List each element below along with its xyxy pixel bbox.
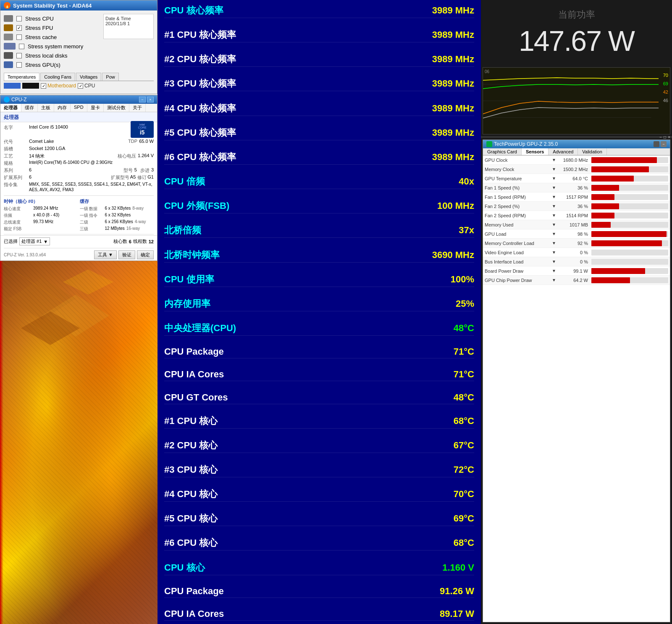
gpuz-sensor-dropdown-icon[interactable]: ▼	[552, 259, 558, 264]
gpuz-sensor-name: Fan 1 Speed (RPM)	[485, 195, 552, 200]
cpuz-cache-title: 缓存	[80, 197, 154, 205]
gpuz-sensor-value: 1500.2 MHz	[558, 167, 591, 172]
cpu-stat-row: CPU GT Cores48°C	[164, 391, 474, 404]
gpuz-sensor-dropdown-icon[interactable]: ▼	[552, 278, 558, 282]
gpuz-sensor-dropdown-icon[interactable]: ▼	[552, 176, 558, 181]
cpuz-socket-label: 插槽	[4, 146, 29, 152]
cpuz-tab-processor[interactable]: 处理器	[0, 104, 21, 112]
tab-voltages[interactable]: Voltages	[76, 73, 101, 81]
svg-line-8	[42, 261, 84, 366]
cpuz-ok-button[interactable]: 确定	[137, 250, 154, 259]
stress-cpu-icon	[4, 15, 13, 22]
cpu-stat-row: #4 CPU 核心70°C	[164, 487, 474, 502]
cpuz-tab-mainboard[interactable]: 主板	[38, 104, 54, 112]
aida-content: Stress CPU ✓ Stress FPU Stress cache	[0, 11, 157, 94]
intel-core-label: CORE	[138, 126, 146, 129]
cpu-stat-value: 100%	[451, 274, 474, 285]
gpuz-sensor-name: GPU Chip Power Draw	[485, 278, 552, 283]
gpuz-bar-container	[591, 213, 668, 219]
cpuz-l1i-label: 一级 指令	[80, 213, 105, 219]
gpuz-sensor-dropdown-icon[interactable]: ▼	[552, 213, 558, 218]
cpuz-validate-button[interactable]: 验证	[118, 250, 135, 259]
cpuz-corespeed-value: 3989.24 MHz	[33, 206, 58, 211]
cpuz-mult-value: x 40.0 (8 - 43)	[33, 213, 59, 217]
svg-rect-1	[0, 261, 158, 624]
gpuz-sensor-row: Memory Used▼1017 MB	[483, 220, 670, 229]
cpuz-socket-value: Socket 1200 LGA	[29, 146, 154, 151]
sensor-bar: ✓ Motherboard ✓ CPU	[4, 81, 154, 90]
cpuz-tab-cache[interactable]: 缓存	[21, 104, 38, 112]
cpuz-tab-spd[interactable]: SPD	[71, 104, 87, 112]
gpuz-title: TechPowerUp GPU-Z 2.35.0	[494, 141, 558, 147]
intel-core-text: intel	[139, 123, 145, 126]
gpuz-bar-container	[591, 277, 668, 283]
aida-window: 🔥 System Stability Test - AIDA64 Stress …	[0, 0, 158, 94]
gpuz-sensor-dropdown-icon[interactable]: ▼	[552, 250, 558, 255]
gpuz-tab-advanced[interactable]: Advanced	[549, 148, 578, 155]
cpu-stat-row: CPU 核心1.160 V	[164, 561, 474, 575]
gpuz-sensor-dropdown-icon[interactable]: ▼	[552, 269, 558, 273]
minimize-button[interactable]: −	[139, 97, 146, 103]
gpuz-bar	[591, 157, 657, 163]
win-close[interactable]: ×	[668, 135, 670, 140]
cpuz-l2-row: 二级 6 x 256 KBytes 4-way	[80, 219, 154, 226]
stress-fpu-checkbox[interactable]: ✓	[16, 25, 22, 31]
win-maximize[interactable]: □	[664, 135, 666, 140]
gpuz-sensor-dropdown-icon[interactable]: ▼	[552, 195, 558, 199]
tab-temperatures[interactable]: Temperatures	[4, 73, 39, 81]
tab-cooling-fans[interactable]: Cooling Fans	[40, 73, 75, 81]
gpuz-sensor-dropdown-icon[interactable]: ▼	[552, 204, 558, 208]
cpu-stat-row: #5 CPU 核心频率3989 MHz	[164, 126, 474, 140]
cpuz-tab-memory[interactable]: 内存	[54, 104, 71, 112]
cpuz-spec-label: 规格	[4, 160, 29, 166]
stress-fpu-label: Stress FPU	[25, 25, 53, 31]
motherboard-check[interactable]: ✓	[41, 83, 46, 89]
cpuz-tab-display[interactable]: 显卡	[87, 104, 104, 112]
cpuz-tools-button[interactable]: 工具 ▼	[94, 250, 117, 259]
gpuz-bar-container	[591, 222, 668, 228]
gpuz-tab-sensors[interactable]: Sensors	[522, 148, 549, 155]
gpuz-sensor-value: 1517 RPM	[558, 195, 591, 200]
gpuz-sensor-dropdown-icon[interactable]: ▼	[552, 185, 558, 190]
sensor-black-bar	[22, 83, 39, 89]
cpuz-extfamily-label: 扩展系列	[4, 174, 29, 181]
cpu-stat-value: 3989 MHz	[432, 152, 474, 163]
stress-gpu-checkbox[interactable]	[16, 62, 22, 68]
stress-memory-checkbox[interactable]	[19, 44, 24, 49]
cpu-stat-value: 70°C	[454, 489, 474, 500]
stress-disks-checkbox[interactable]	[16, 53, 22, 58]
svg-line-6	[0, 261, 158, 366]
gpuz-tab-validation[interactable]: Validation	[578, 148, 607, 155]
svg-marker-4	[63, 269, 113, 295]
cpuz-processor-dropdown[interactable]: 处理器 #1 ▼	[19, 237, 50, 245]
gpuz-sensor-value: 1017 MB	[558, 222, 591, 227]
cpuz-cache-fields: 一级 数据 6 x 32 KBytes 8-way 一级 指令 6 x 32 K…	[80, 205, 154, 232]
stress-cache-checkbox[interactable]	[16, 34, 22, 40]
gpuz-sensor-dropdown-icon[interactable]: ▼	[552, 167, 558, 171]
svg-line-7	[0, 303, 158, 408]
cpuz-inst-row: 指令集 MMX, SSE, SSE2, SSE3, SSSE3, SSE4.1,…	[4, 181, 154, 193]
gpuz-bar	[591, 231, 667, 237]
cpu-stat-row: CPU 倍频40x	[164, 174, 474, 189]
gpuz-sensor-row: GPU Clock▼1680.0 MHz	[483, 155, 670, 165]
gpuz-minimize-button[interactable]: −	[661, 141, 667, 147]
cpu-stat-label: CPU 倍频	[164, 175, 205, 188]
cpu-stat-value: 3989 MHz	[432, 5, 474, 16]
close-button[interactable]: ×	[147, 97, 154, 103]
cpuz-icon	[4, 97, 10, 103]
cpuz-tab-bench[interactable]: 测试分数	[104, 104, 129, 112]
stress-cpu-checkbox[interactable]	[16, 16, 22, 21]
gpuz-sensor-dropdown-icon[interactable]: ▼	[552, 241, 558, 245]
gpuz-sensor-dropdown-icon[interactable]: ▼	[552, 222, 558, 227]
gpuz-sensor-dropdown-icon[interactable]: ▼	[552, 158, 558, 162]
aida-title: System Stability Test - AIDA64	[13, 3, 92, 9]
gpuz-sensor-dropdown-icon[interactable]: ▼	[552, 232, 558, 236]
cpu-check[interactable]: ✓	[78, 83, 83, 89]
gpuz-icon1[interactable]	[654, 141, 659, 147]
win-minimize[interactable]: −	[659, 135, 662, 140]
cpuz-model-value: 5	[134, 167, 137, 172]
gpuz-tab-graphics[interactable]: Graphics Card	[483, 148, 522, 155]
tab-pow[interactable]: Pow	[102, 73, 118, 81]
cpuz-tab-about[interactable]: 关于	[129, 104, 146, 112]
cpu-stat-row: #3 CPU 核心72°C	[164, 463, 474, 477]
